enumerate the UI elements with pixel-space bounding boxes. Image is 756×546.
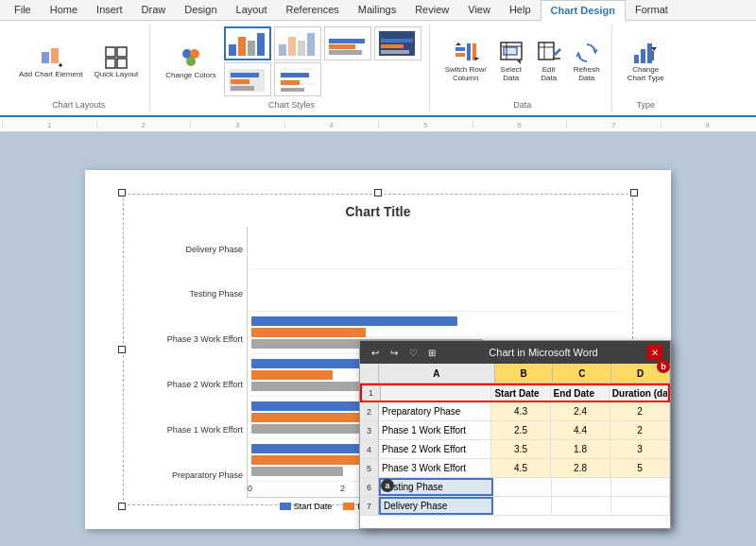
ss-cell-1a[interactable] xyxy=(381,385,491,401)
ss-cell-4b[interactable]: 3.5 xyxy=(491,440,551,458)
ss-cell-4d[interactable]: 3 xyxy=(610,440,670,458)
tab-mailings[interactable]: Mailings xyxy=(349,0,405,20)
ss-col-b[interactable]: B xyxy=(495,364,554,383)
ss-cell-7b[interactable] xyxy=(493,497,552,515)
tab-home[interactable]: Home xyxy=(41,0,87,20)
ss-cell-6c[interactable] xyxy=(552,478,610,496)
ss-cell-3d[interactable]: 2 xyxy=(610,421,670,439)
chart-style-6[interactable] xyxy=(274,62,321,96)
tab-layout[interactable]: Layout xyxy=(227,0,277,20)
ribbon: File Home Insert Draw Design Layout Refe… xyxy=(0,0,756,117)
ss-cell-1b[interactable]: Start Date xyxy=(491,385,550,401)
chart-style-2[interactable] xyxy=(274,26,321,60)
ss-cell-1d[interactable]: Duration (days) xyxy=(610,385,668,401)
ss-cell-7d[interactable] xyxy=(611,497,670,515)
tab-help[interactable]: Help xyxy=(500,0,541,20)
ss-cell-5d[interactable]: 5 xyxy=(610,459,670,477)
ss-cell-4a[interactable]: Phase 2 Work Effort xyxy=(379,440,491,458)
ss-cell-6b[interactable] xyxy=(493,478,552,496)
ss-cell-1c[interactable]: End Date xyxy=(551,385,610,401)
svg-rect-17 xyxy=(298,41,305,56)
svg-rect-27 xyxy=(231,73,259,77)
add-chart-element-button[interactable]: Add Chart Element xyxy=(15,43,87,81)
ss-row-3: 3 Phase 1 Work Effort 2.5 4.4 2 xyxy=(360,421,670,440)
change-colors-button[interactable]: Change Colors xyxy=(162,43,219,81)
tab-chart-design[interactable]: Chart Design xyxy=(541,0,626,21)
ribbon-group-data: Switch Row/Column SelectData xyxy=(434,25,612,111)
ss-cell-5b[interactable]: 4.5 xyxy=(491,459,551,477)
ss-cell-6a[interactable]: Testing Phase xyxy=(379,478,493,496)
ss-cell-7c[interactable] xyxy=(552,497,610,515)
svg-rect-21 xyxy=(329,50,362,55)
tab-draw[interactable]: Draw xyxy=(132,0,176,20)
switch-row-col-button[interactable]: Switch Row/Column xyxy=(441,38,490,85)
change-chart-type-button[interactable]: ChangeChart Type xyxy=(624,38,668,85)
ss-cell-5a[interactable]: Phase 3 Work Effort xyxy=(379,459,491,477)
ruler-mark-8: 8 xyxy=(661,121,755,128)
y-label-0: Delivery Phase xyxy=(133,245,243,255)
ss-rownum-2: 2 xyxy=(360,402,379,420)
tab-view[interactable]: View xyxy=(458,0,500,20)
quick-layout-button[interactable]: Quick Layout xyxy=(91,43,143,81)
ss-cell-2d[interactable]: 2 xyxy=(610,402,670,420)
tab-insert[interactable]: Insert xyxy=(87,0,132,20)
ribbon-group-content-type: ChangeChart Type xyxy=(624,26,668,96)
refresh-data-icon xyxy=(574,40,600,66)
ss-rownum-4: 4 xyxy=(360,440,379,458)
dialog-icon-redo[interactable]: ↪ xyxy=(387,345,402,360)
chart-style-4[interactable] xyxy=(374,26,421,60)
ss-corner xyxy=(360,364,379,383)
tab-file[interactable]: File xyxy=(5,0,41,20)
y-label-2: Phase 3 Work Effort xyxy=(133,334,243,345)
dialog-titlebar: ↩ ↪ ♡ ⊞ Chart in Microsoft Word ✕ xyxy=(360,341,670,364)
tab-review[interactable]: Review xyxy=(405,0,458,20)
ss-rownum-6: 6 xyxy=(360,478,379,496)
ss-cell-2a[interactable]: Preparatory Phase xyxy=(379,402,491,420)
svg-rect-50 xyxy=(647,43,652,63)
select-data-button[interactable]: SelectData xyxy=(494,38,528,85)
svg-rect-34 xyxy=(281,80,300,85)
dialog-title: Chart in Microsoft Word xyxy=(489,347,597,358)
ss-cell-4c[interactable]: 1.8 xyxy=(551,440,610,458)
ss-cell-3c[interactable]: 4.4 xyxy=(551,421,610,439)
ss-col-c[interactable]: C xyxy=(553,364,611,383)
edit-data-button[interactable]: EditData xyxy=(532,38,566,85)
ss-cell-6d[interactable] xyxy=(611,478,670,496)
refresh-data-button[interactable]: RefreshData xyxy=(570,38,604,85)
svg-rect-38 xyxy=(467,43,471,60)
ss-cell-2c[interactable]: 2.4 xyxy=(551,402,610,420)
ribbon-group-content-colors: Change Colors xyxy=(162,26,421,96)
dialog-icon-table[interactable]: ⊞ xyxy=(424,345,439,360)
ruler: 1 2 3 4 5 6 7 8 xyxy=(0,117,756,132)
chart-style-5[interactable] xyxy=(224,62,271,96)
dialog-icon-heart[interactable]: ♡ xyxy=(405,345,421,360)
spreadsheet-dialog: ↩ ↪ ♡ ⊞ Chart in Microsoft Word ✕ A xyxy=(359,340,671,529)
chart-y-axis: Delivery Phase Testing Phase Phase 3 Wor… xyxy=(133,227,247,498)
svg-rect-23 xyxy=(381,39,413,43)
ss-cell-2b[interactable]: 4.3 xyxy=(491,402,551,420)
chart-title[interactable]: Chart Title xyxy=(133,204,623,219)
quick-layout-icon xyxy=(103,44,129,71)
svg-rect-24 xyxy=(381,44,404,48)
ribbon-group-content-layouts: Add Chart Element Quick Layout xyxy=(15,26,142,96)
ribbon-group-type: ChangeChart Type Type xyxy=(616,25,676,111)
chart-style-1[interactable] xyxy=(224,26,271,60)
tab-format[interactable]: Format xyxy=(626,0,678,20)
svg-rect-12 xyxy=(238,37,246,56)
ss-cell-7a[interactable]: Delivery Phase xyxy=(379,497,493,515)
tab-design[interactable]: Design xyxy=(175,0,226,20)
ss-col-a[interactable]: A xyxy=(379,364,495,383)
ss-cell-5c[interactable]: 2.8 xyxy=(551,459,610,477)
bar-row-testing xyxy=(248,269,623,312)
dialog-close-button[interactable]: ✕ xyxy=(647,345,662,360)
ruler-mark-4: 4 xyxy=(284,121,379,128)
legend-start-date: Start Date xyxy=(280,502,333,511)
svg-rect-0 xyxy=(42,52,49,63)
chart-style-3[interactable] xyxy=(324,26,371,60)
tab-references[interactable]: References xyxy=(277,0,349,20)
svg-rect-11 xyxy=(229,44,236,56)
ss-cell-3b[interactable]: 2.5 xyxy=(491,421,551,439)
ss-row-2: 2 Preparatory Phase 4.3 2.4 2 xyxy=(360,402,670,421)
dialog-icon-undo[interactable]: ↩ xyxy=(368,345,383,360)
ss-cell-3a[interactable]: Phase 1 Work Effort xyxy=(379,421,491,439)
